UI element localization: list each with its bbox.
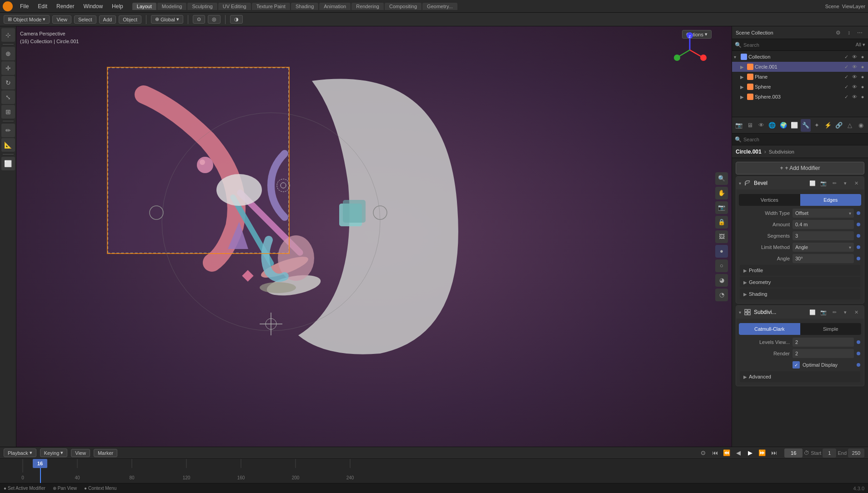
bevel-limit-method-dropdown[interactable]: Angle [793, 243, 854, 252]
sphere-check[interactable]: ✓ [843, 83, 850, 90]
reverse-play-btn[interactable]: ◀ [733, 448, 743, 458]
outliner-filter-dropdown[interactable]: All ▾ [856, 42, 865, 48]
marker-menu[interactable]: Marker [94, 449, 117, 457]
view-menu[interactable]: View [52, 15, 71, 24]
outliner-search-input[interactable] [743, 42, 854, 48]
subdivision-header[interactable]: ▾ Subdivi... ⬜ 📷 [736, 306, 864, 319]
sphere-render[interactable]: ● [859, 83, 866, 90]
subdiv-levels-view-field[interactable]: 2 [793, 338, 854, 347]
jump-start-btn[interactable]: ⏮ [710, 448, 720, 458]
workspace-tab-shading[interactable]: Shading [291, 3, 318, 10]
prop-material-icon[interactable]: ◉ [856, 119, 866, 132]
lock-btn[interactable]: 🔒 [715, 216, 728, 229]
simple-btn[interactable]: Simple [800, 323, 862, 335]
sphere003-render[interactable]: ● [859, 93, 866, 100]
step-forward-btn[interactable]: ⏩ [757, 448, 767, 458]
workspace-tab-rendering[interactable]: Rendering [351, 3, 384, 10]
bevel-angle-field[interactable]: 30° [793, 254, 854, 263]
keying-menu[interactable]: Keying ▾ [40, 448, 68, 457]
bevel-shading-header[interactable]: ▶ Shading [740, 289, 860, 299]
plane-eye[interactable]: 👁 [851, 73, 858, 80]
prop-view-icon[interactable]: 👁 [756, 119, 766, 132]
bevel-angle-keyframe[interactable] [857, 257, 860, 260]
collection-check[interactable]: ✓ [843, 53, 850, 60]
bevel-width-type-keyframe[interactable] [857, 211, 860, 215]
move-tool[interactable]: ✛ [1, 61, 15, 75]
circle-eye[interactable]: 👁 [851, 63, 858, 70]
prop-render-icon[interactable]: 📷 [734, 119, 744, 132]
frame-type-btn[interactable]: ⊙ [698, 448, 708, 458]
workspace-tab-sculpting[interactable]: Sculpting [187, 3, 217, 10]
add-menu[interactable]: Add [99, 15, 116, 24]
prop-data-icon[interactable]: △ [845, 119, 855, 132]
outliner-dots-icon[interactable]: ⋯ [855, 28, 864, 37]
current-frame-input[interactable]: 16 [784, 448, 803, 458]
bevel-segments-field[interactable]: 3 [793, 231, 854, 240]
outliner-sort-icon[interactable]: ↕ [844, 28, 853, 37]
subdiv-render-btn[interactable]: 📷 [818, 307, 828, 317]
bevel-amount-keyframe[interactable] [857, 223, 860, 226]
outliner-filter-icon[interactable]: ⚙ [833, 28, 843, 37]
props-search-input[interactable] [743, 137, 865, 142]
menu-help[interactable]: Help [108, 2, 127, 10]
snap-btn[interactable]: ⊙ [193, 15, 205, 24]
timeline-body[interactable]: 0 40 80 120 160 200 240 16 [0, 459, 868, 483]
sphere003-check[interactable]: ✓ [843, 93, 850, 100]
workspace-tab-geometry[interactable]: Geometry... [422, 3, 457, 10]
annotate-tool[interactable]: ✏ [1, 124, 15, 137]
bevel-realtime-btn[interactable]: ⬜ [808, 178, 818, 188]
sphere003-eye[interactable]: 👁 [851, 93, 858, 100]
outliner-item-sphere[interactable]: ▶ Sphere ✓ 👁 ● [732, 82, 868, 92]
sphere-eye[interactable]: 👁 [851, 83, 858, 90]
playback-menu[interactable]: Playback ▾ [4, 448, 36, 457]
hand-btn[interactable]: ✋ [715, 187, 728, 199]
subdiv-close-btn[interactable]: ✕ [851, 307, 861, 317]
select-tool[interactable]: ⊹ [1, 28, 15, 42]
step-back-btn[interactable]: ⏪ [722, 448, 732, 458]
optimal-display-keyframe[interactable] [857, 363, 860, 367]
plane-render[interactable]: ● [859, 73, 866, 80]
menu-file[interactable]: File [16, 2, 32, 10]
prop-output-icon[interactable]: 🖥 [745, 119, 755, 132]
bevel-header[interactable]: ▾ Bevel ⬜ 📷 ✏ ▾ [736, 177, 864, 189]
outliner-item-circle001[interactable]: ▶ Circle.001 ✓ 👁 ● [732, 62, 868, 72]
bevel-close-btn[interactable]: ✕ [851, 178, 861, 188]
bevel-limit-keyframe[interactable] [857, 245, 860, 249]
bevel-edges-btn[interactable]: Edges [800, 194, 862, 206]
workspace-tab-animation[interactable]: Animation [319, 3, 351, 10]
play-btn[interactable]: ▶ [745, 448, 755, 458]
bevel-profile-header[interactable]: ▶ Profile [740, 265, 860, 276]
prop-world-icon[interactable]: 🌍 [778, 119, 788, 132]
scale-tool[interactable]: ⤡ [1, 90, 15, 104]
circle-render[interactable]: ● [859, 63, 866, 70]
prop-object-icon[interactable]: ⬜ [789, 119, 799, 132]
subdiv-render-keyframe[interactable] [857, 352, 860, 355]
bevel-width-type-dropdown[interactable]: Offset [793, 209, 854, 218]
subdiv-levels-keyframe[interactable] [857, 340, 860, 344]
start-frame-input[interactable]: 1 [823, 448, 836, 458]
camera-btn[interactable]: 📷 [715, 201, 728, 214]
circle-check[interactable]: ✓ [843, 63, 850, 70]
prop-physics-icon[interactable]: ⚡ [823, 119, 833, 132]
image-btn[interactable]: 🖼 [715, 230, 728, 243]
viewport[interactable]: Camera Perspective (16) Collection | Cir… [16, 26, 732, 447]
workspace-tab-compositing[interactable]: Compositing [385, 3, 421, 10]
sphere-btn[interactable]: ● [715, 245, 728, 258]
bevel-segments-keyframe[interactable] [857, 234, 860, 238]
measure-tool[interactable]: 📐 [1, 138, 15, 152]
bevel-dropdown-btn[interactable]: ▾ [840, 178, 850, 188]
bevel-edit-btn[interactable]: ✏ [829, 178, 839, 188]
subdiv-advanced-header[interactable]: ▶ Advanced [740, 371, 860, 382]
collection-eye[interactable]: 👁 [851, 53, 858, 60]
proportional-btn[interactable]: ◎ [208, 15, 221, 24]
menu-edit[interactable]: Edit [34, 2, 51, 10]
workspace-tab-texture[interactable]: Texture Paint [252, 3, 290, 10]
zoom-in-btn[interactable]: 🔍 [715, 172, 728, 185]
material-btn[interactable]: ◕ [715, 274, 728, 287]
add-cube-tool[interactable]: ⬜ [1, 157, 15, 170]
cursor-tool[interactable]: ⊕ [1, 47, 15, 60]
rotate-tool[interactable]: ↻ [1, 76, 15, 90]
add-modifier-button[interactable]: + + Add Modifier [736, 162, 864, 174]
outliner-item-scene-collection[interactable]: ▾ Collection ✓ 👁 ● [732, 52, 868, 62]
bevel-vertices-btn[interactable]: Vertices [739, 194, 800, 206]
